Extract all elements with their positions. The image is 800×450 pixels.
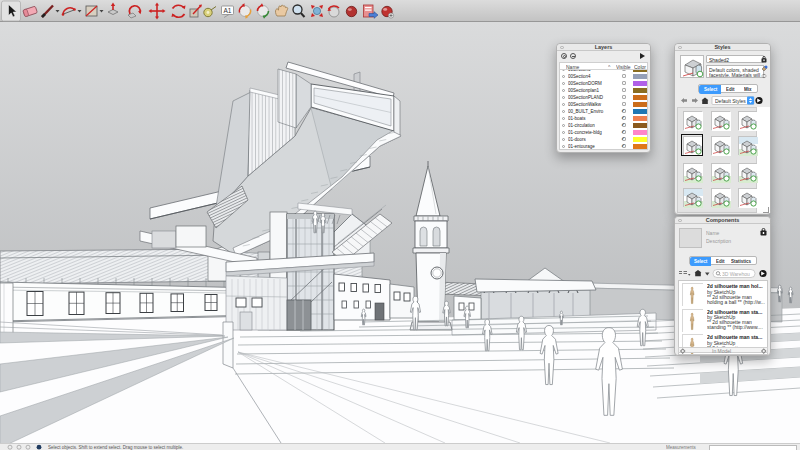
svg-text:A1: A1 [224,7,232,14]
